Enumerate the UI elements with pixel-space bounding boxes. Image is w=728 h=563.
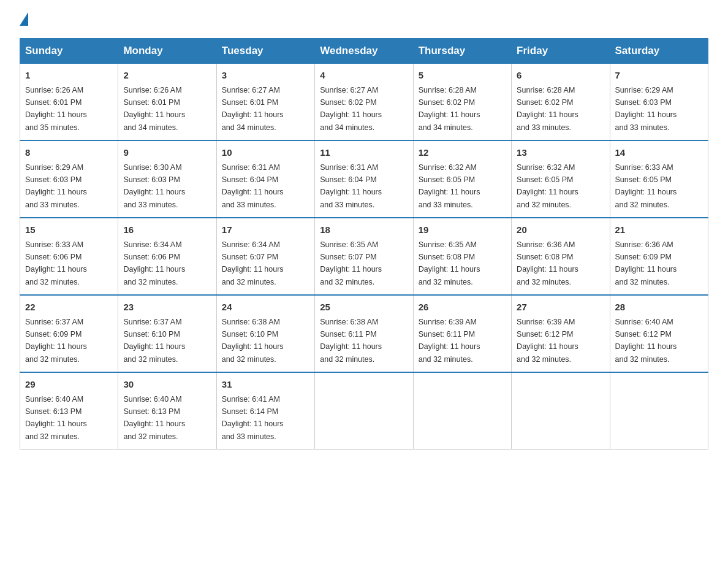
calendar-cell: 11 Sunrise: 6:31 AMSunset: 6:04 PMDaylig…	[315, 140, 413, 218]
calendar-cell: 16 Sunrise: 6:34 AMSunset: 6:06 PMDaylig…	[118, 218, 216, 295]
col-header-thursday: Thursday	[413, 39, 511, 64]
calendar-table: SundayMondayTuesdayWednesdayThursdayFrid…	[20, 38, 708, 450]
calendar-cell: 15 Sunrise: 6:33 AMSunset: 6:06 PMDaylig…	[20, 218, 118, 295]
day-info: Sunrise: 6:35 AMSunset: 6:08 PMDaylight:…	[419, 240, 480, 286]
day-info: Sunrise: 6:29 AMSunset: 6:03 PMDaylight:…	[25, 163, 87, 209]
day-info: Sunrise: 6:37 AMSunset: 6:10 PMDaylight:…	[123, 318, 185, 364]
calendar-cell	[315, 372, 413, 450]
day-number: 9	[123, 146, 211, 160]
day-info: Sunrise: 6:38 AMSunset: 6:10 PMDaylight:…	[222, 318, 284, 364]
day-number: 23	[123, 301, 211, 315]
calendar-cell: 27 Sunrise: 6:39 AMSunset: 6:12 PMDaylig…	[512, 295, 610, 372]
day-info: Sunrise: 6:28 AMSunset: 6:02 PMDaylight:…	[419, 86, 480, 132]
day-number: 22	[25, 301, 113, 315]
day-number: 14	[615, 146, 703, 160]
calendar-cell: 10 Sunrise: 6:31 AMSunset: 6:04 PMDaylig…	[216, 140, 314, 218]
day-info: Sunrise: 6:34 AMSunset: 6:06 PMDaylight:…	[123, 240, 185, 286]
day-number: 15	[25, 223, 113, 237]
day-info: Sunrise: 6:32 AMSunset: 6:05 PMDaylight:…	[517, 163, 578, 209]
calendar-cell: 14 Sunrise: 6:33 AMSunset: 6:05 PMDaylig…	[610, 140, 708, 218]
col-header-saturday: Saturday	[610, 39, 708, 64]
calendar-cell: 12 Sunrise: 6:32 AMSunset: 6:05 PMDaylig…	[413, 140, 511, 218]
day-number: 18	[320, 223, 408, 237]
day-info: Sunrise: 6:39 AMSunset: 6:12 PMDaylight:…	[517, 318, 578, 364]
day-info: Sunrise: 6:27 AMSunset: 6:02 PMDaylight:…	[320, 86, 382, 132]
calendar-cell: 7 Sunrise: 6:29 AMSunset: 6:03 PMDayligh…	[610, 64, 708, 141]
col-header-tuesday: Tuesday	[216, 39, 314, 64]
calendar-cell: 20 Sunrise: 6:36 AMSunset: 6:08 PMDaylig…	[512, 218, 610, 295]
day-info: Sunrise: 6:26 AMSunset: 6:01 PMDaylight:…	[123, 86, 185, 132]
day-info: Sunrise: 6:31 AMSunset: 6:04 PMDaylight:…	[320, 163, 382, 209]
calendar-cell: 4 Sunrise: 6:27 AMSunset: 6:02 PMDayligh…	[315, 64, 413, 141]
day-number: 3	[222, 69, 309, 83]
day-info: Sunrise: 6:33 AMSunset: 6:05 PMDaylight:…	[615, 163, 677, 209]
day-number: 8	[25, 146, 113, 160]
day-number: 13	[517, 146, 604, 160]
day-number: 2	[123, 69, 211, 83]
calendar-cell: 5 Sunrise: 6:28 AMSunset: 6:02 PMDayligh…	[413, 64, 511, 141]
calendar-cell: 8 Sunrise: 6:29 AMSunset: 6:03 PMDayligh…	[20, 140, 118, 218]
day-number: 29	[25, 378, 113, 392]
day-info: Sunrise: 6:34 AMSunset: 6:07 PMDaylight:…	[222, 240, 284, 286]
day-info: Sunrise: 6:33 AMSunset: 6:06 PMDaylight:…	[25, 240, 87, 286]
day-number: 27	[517, 301, 604, 315]
day-number: 26	[419, 301, 506, 315]
calendar-week-row: 8 Sunrise: 6:29 AMSunset: 6:03 PMDayligh…	[20, 140, 708, 218]
calendar-week-row: 1 Sunrise: 6:26 AMSunset: 6:01 PMDayligh…	[20, 64, 708, 141]
calendar-cell: 31 Sunrise: 6:41 AMSunset: 6:14 PMDaylig…	[216, 372, 314, 450]
day-number: 20	[517, 223, 604, 237]
calendar-cell: 17 Sunrise: 6:34 AMSunset: 6:07 PMDaylig…	[216, 218, 314, 295]
day-number: 7	[615, 69, 703, 83]
calendar-week-row: 22 Sunrise: 6:37 AMSunset: 6:09 PMDaylig…	[20, 295, 708, 372]
day-number: 25	[320, 301, 408, 315]
calendar-cell: 23 Sunrise: 6:37 AMSunset: 6:10 PMDaylig…	[118, 295, 216, 372]
day-info: Sunrise: 6:41 AMSunset: 6:14 PMDaylight:…	[222, 395, 284, 441]
calendar-cell: 19 Sunrise: 6:35 AMSunset: 6:08 PMDaylig…	[413, 218, 511, 295]
day-number: 6	[517, 69, 604, 83]
day-number: 12	[419, 146, 506, 160]
logo-triangle-icon	[20, 12, 28, 26]
calendar-cell: 13 Sunrise: 6:32 AMSunset: 6:05 PMDaylig…	[512, 140, 610, 218]
day-number: 17	[222, 223, 309, 237]
day-number: 5	[419, 69, 506, 83]
day-number: 28	[615, 301, 703, 315]
calendar-cell: 21 Sunrise: 6:36 AMSunset: 6:09 PMDaylig…	[610, 218, 708, 295]
day-info: Sunrise: 6:32 AMSunset: 6:05 PMDaylight:…	[419, 163, 480, 209]
calendar-cell: 2 Sunrise: 6:26 AMSunset: 6:01 PMDayligh…	[118, 64, 216, 141]
calendar-cell: 24 Sunrise: 6:38 AMSunset: 6:10 PMDaylig…	[216, 295, 314, 372]
col-header-monday: Monday	[118, 39, 216, 64]
col-header-friday: Friday	[512, 39, 610, 64]
day-info: Sunrise: 6:40 AMSunset: 6:13 PMDaylight:…	[25, 395, 87, 441]
day-number: 10	[222, 146, 309, 160]
calendar-cell: 30 Sunrise: 6:40 AMSunset: 6:13 PMDaylig…	[118, 372, 216, 450]
calendar-cell: 26 Sunrise: 6:39 AMSunset: 6:11 PMDaylig…	[413, 295, 511, 372]
day-info: Sunrise: 6:35 AMSunset: 6:07 PMDaylight:…	[320, 240, 382, 286]
day-number: 19	[419, 223, 506, 237]
calendar-cell	[413, 372, 511, 450]
calendar-week-row: 29 Sunrise: 6:40 AMSunset: 6:13 PMDaylig…	[20, 372, 708, 450]
calendar-cell: 6 Sunrise: 6:28 AMSunset: 6:02 PMDayligh…	[512, 64, 610, 141]
calendar-cell: 3 Sunrise: 6:27 AMSunset: 6:01 PMDayligh…	[216, 64, 314, 141]
day-number: 16	[123, 223, 211, 237]
calendar-cell: 9 Sunrise: 6:30 AMSunset: 6:03 PMDayligh…	[118, 140, 216, 218]
day-info: Sunrise: 6:36 AMSunset: 6:09 PMDaylight:…	[615, 240, 677, 286]
day-info: Sunrise: 6:40 AMSunset: 6:12 PMDaylight:…	[615, 318, 677, 364]
day-info: Sunrise: 6:30 AMSunset: 6:03 PMDaylight:…	[123, 163, 185, 209]
day-number: 11	[320, 146, 408, 160]
col-header-sunday: Sunday	[20, 39, 118, 64]
logo	[20, 15, 28, 26]
calendar-cell: 29 Sunrise: 6:40 AMSunset: 6:13 PMDaylig…	[20, 372, 118, 450]
day-number: 30	[123, 378, 211, 392]
day-info: Sunrise: 6:38 AMSunset: 6:11 PMDaylight:…	[320, 318, 382, 364]
calendar-cell: 28 Sunrise: 6:40 AMSunset: 6:12 PMDaylig…	[610, 295, 708, 372]
day-number: 4	[320, 69, 408, 83]
day-info: Sunrise: 6:28 AMSunset: 6:02 PMDaylight:…	[517, 86, 578, 132]
day-number: 31	[222, 378, 309, 392]
day-info: Sunrise: 6:26 AMSunset: 6:01 PMDaylight:…	[25, 86, 87, 132]
calendar-header-row: SundayMondayTuesdayWednesdayThursdayFrid…	[20, 39, 708, 64]
day-info: Sunrise: 6:29 AMSunset: 6:03 PMDaylight:…	[615, 86, 677, 132]
page-header	[20, 15, 708, 26]
day-number: 1	[25, 69, 113, 83]
calendar-cell: 18 Sunrise: 6:35 AMSunset: 6:07 PMDaylig…	[315, 218, 413, 295]
day-number: 24	[222, 301, 309, 315]
